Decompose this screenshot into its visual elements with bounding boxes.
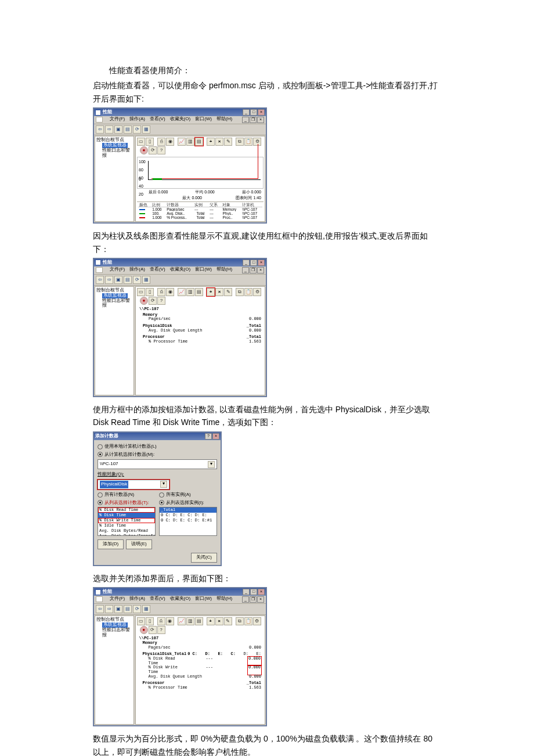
view-log-button[interactable]: ◉ bbox=[166, 138, 174, 146]
freeze-button[interactable]: ● bbox=[140, 297, 148, 305]
freeze-button[interactable]: ● bbox=[140, 146, 148, 154]
sysmon-toolbar[interactable]: ▭ ▯ ⎙ ◉ 📈 ▥ ▤ + × ✎ ⧉ 📋 ⚙ bbox=[137, 617, 264, 634]
view-chart-button[interactable]: 📈 bbox=[178, 288, 186, 296]
view-report-button[interactable]: ▤ bbox=[195, 138, 203, 146]
freeze-button[interactable]: ● bbox=[140, 626, 148, 634]
add-counter-button[interactable]: + bbox=[207, 138, 215, 146]
menu-action[interactable]: 操作(A) bbox=[129, 267, 145, 273]
computer-select[interactable]: \\PC-107▾ bbox=[98, 459, 217, 469]
menu-action[interactable]: 操作(A) bbox=[129, 117, 145, 123]
list-item[interactable]: _Total bbox=[160, 507, 217, 513]
console-tree[interactable]: 控制台根节点 系统监视器 性能日志和警报 bbox=[95, 286, 134, 395]
radio-local[interactable]: 使用本地计算机计数器(L) bbox=[98, 443, 217, 451]
close-button[interactable]: × bbox=[258, 589, 265, 595]
radio-select-instances[interactable]: 从列表选择实例(I): bbox=[159, 499, 217, 507]
copy-button[interactable]: ⧉ bbox=[236, 617, 244, 625]
highlight-button[interactable]: ✎ bbox=[224, 138, 232, 146]
clear-button[interactable]: ▯ bbox=[146, 288, 154, 296]
legend-row[interactable]: 1.000Pages/sec ------ Memory\\PC-107 bbox=[138, 207, 262, 211]
view-histogram-button[interactable]: ▥ bbox=[186, 288, 194, 296]
menu-help[interactable]: 帮助(H) bbox=[217, 117, 232, 123]
system-menu-icon[interactable] bbox=[96, 267, 103, 273]
copy-button[interactable]: ⧉ bbox=[236, 138, 244, 146]
mdi-close-button[interactable]: × bbox=[257, 117, 264, 123]
toolbar-btn[interactable]: ▣ bbox=[114, 125, 122, 134]
perf-object-select[interactable]: PhysicalDisk▾ bbox=[98, 480, 169, 489]
console-tree[interactable]: 控制台根节点 系统监视器 性能日志和警报 bbox=[95, 615, 134, 725]
properties-button[interactable]: ⚙ bbox=[253, 617, 261, 625]
update-button[interactable]: ⟳ bbox=[149, 146, 157, 154]
menu-view[interactable]: 查看(V) bbox=[150, 596, 165, 603]
system-menu-icon[interactable] bbox=[96, 596, 103, 602]
dialog-titlebar[interactable]: 添加计数器 ? × bbox=[94, 433, 221, 440]
view-log-button[interactable]: ◉ bbox=[166, 288, 174, 296]
radio-remote[interactable]: 从计算机选择计数器(M): bbox=[98, 451, 217, 459]
delete-counter-button[interactable]: × bbox=[215, 138, 223, 146]
properties-button[interactable]: ⚙ bbox=[253, 138, 261, 146]
close-button[interactable]: 关闭(C) bbox=[191, 553, 217, 563]
view-log-button[interactable]: ◉ bbox=[166, 617, 174, 625]
console-tree[interactable]: 控制台根节点 系统监视器 性能日志和警报 bbox=[95, 136, 134, 222]
toolbar-btn[interactable]: ▦ bbox=[142, 276, 150, 284]
refresh-button[interactable]: ⟳ bbox=[133, 276, 141, 284]
toolbar-btn[interactable]: ▤ bbox=[124, 605, 132, 613]
tree-logs[interactable]: 性能日志和警报 bbox=[102, 628, 132, 638]
delete-counter-button[interactable]: × bbox=[215, 288, 223, 296]
minimize-button[interactable]: _ bbox=[243, 260, 250, 266]
menu-fav[interactable]: 收藏夹(O) bbox=[170, 267, 191, 273]
view-current-button[interactable]: ⎙ bbox=[157, 617, 165, 625]
legend-row[interactable]: 100.Avg. Disk.. _Total--- Phys..\\PC-107 bbox=[138, 211, 262, 215]
radio-select-counters[interactable]: 从列表选择计数器(T): bbox=[98, 499, 156, 507]
view-current-button[interactable]: ⎙ bbox=[157, 288, 165, 296]
system-menu-icon[interactable] bbox=[96, 117, 103, 123]
counter-listbox[interactable]: % Disk Read Time % Disk Time % Disk Writ… bbox=[98, 507, 156, 536]
new-counter-set-button[interactable]: ▭ bbox=[137, 288, 145, 296]
highlight-button[interactable]: ✎ bbox=[224, 288, 232, 296]
toolbar-btn[interactable]: ▦ bbox=[142, 125, 150, 134]
menu-action[interactable]: 操作(A) bbox=[129, 596, 145, 603]
minimize-button[interactable]: _ bbox=[243, 109, 250, 116]
menu-window[interactable]: 窗口(W) bbox=[195, 267, 212, 273]
refresh-button[interactable]: ⟳ bbox=[133, 605, 141, 613]
view-report-button[interactable]: ▤ bbox=[195, 288, 203, 296]
view-report-button[interactable]: ▤ bbox=[195, 617, 203, 625]
mdi-min-button[interactable]: _ bbox=[242, 596, 249, 603]
mdi-close-button[interactable]: × bbox=[257, 267, 264, 273]
menu-view[interactable]: 查看(V) bbox=[150, 117, 165, 123]
forward-button[interactable]: ⇨ bbox=[105, 605, 113, 613]
maximize-button[interactable]: □ bbox=[250, 589, 257, 595]
list-item[interactable]: % Disk Time bbox=[98, 513, 155, 518]
titlebar[interactable]: 性能 _ □ × bbox=[94, 259, 266, 267]
titlebar[interactable]: 性能 _ □ × bbox=[94, 109, 266, 116]
menu-window[interactable]: 窗口(W) bbox=[195, 596, 212, 603]
mmc-toolbar[interactable]: ⇦ ⇨ ▣ ▤ ⟳ ▦ bbox=[94, 124, 266, 135]
list-item[interactable]: % Idle Time bbox=[98, 523, 155, 528]
back-button[interactable]: ⇦ bbox=[96, 125, 104, 134]
view-chart-button[interactable]: 📈 bbox=[178, 138, 186, 146]
close-button[interactable]: × bbox=[258, 109, 265, 116]
dialog-close-button[interactable]: × bbox=[212, 433, 219, 440]
back-button[interactable]: ⇦ bbox=[96, 605, 104, 613]
mdi-min-button[interactable]: _ bbox=[242, 117, 249, 123]
forward-button[interactable]: ⇨ bbox=[105, 125, 113, 134]
menu-window[interactable]: 窗口(W) bbox=[195, 117, 212, 123]
add-counter-button[interactable]: + bbox=[207, 288, 215, 296]
toolbar-btn[interactable]: ▣ bbox=[114, 605, 122, 613]
clear-button[interactable]: ▯ bbox=[146, 617, 154, 625]
dialog-help-button[interactable]: ? bbox=[205, 433, 212, 440]
menu-file[interactable]: 文件(F) bbox=[110, 267, 125, 273]
new-counter-set-button[interactable]: ▭ bbox=[137, 617, 145, 625]
instance-listbox[interactable]: _Total 0 C: D: E: C: D: E: 0 C: D: E: C:… bbox=[159, 507, 217, 536]
sysmon-toolbar[interactable]: ▭ ▯ ⎙ ◉ 📈 ▥ ▤ + × ✎ ⧉ 📋 ⚙ bbox=[137, 288, 264, 305]
list-item[interactable]: 0 C: D: E: C: D: E: bbox=[160, 513, 217, 518]
view-histogram-button[interactable]: ▥ bbox=[186, 138, 194, 146]
menu-help[interactable]: 帮助(H) bbox=[217, 596, 232, 603]
copy-button[interactable]: ⧉ bbox=[236, 288, 244, 296]
menubar[interactable]: 文件(F) 操作(A) 查看(V) 收藏夹(O) 窗口(W) 帮助(H) _ ❐… bbox=[94, 267, 266, 275]
mdi-min-button[interactable]: _ bbox=[242, 267, 249, 273]
maximize-button[interactable]: □ bbox=[250, 260, 257, 266]
view-current-button[interactable]: ⎙ bbox=[157, 138, 165, 146]
toolbar-btn[interactable]: ▤ bbox=[124, 125, 132, 134]
mdi-restore-button[interactable]: ❐ bbox=[250, 117, 257, 123]
menu-fav[interactable]: 收藏夹(O) bbox=[170, 596, 191, 603]
